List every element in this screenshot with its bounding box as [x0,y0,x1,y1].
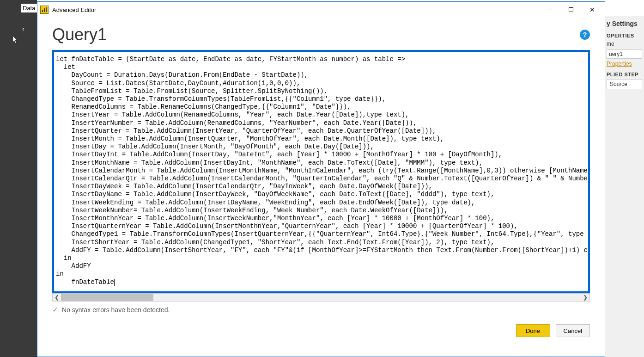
powerbi-icon [40,6,49,14]
all-properties-link[interactable]: Properties [605,60,644,68]
scroll-right-icon[interactable]: ❯ [581,294,589,301]
text-cursor [114,279,115,286]
background-sidebar [0,0,37,357]
svg-rect-0 [42,10,43,12]
svg-rect-2 [46,7,47,12]
code-editor[interactable]: let fnDateTable = (StartDate as date, En… [52,50,590,293]
applied-step-source[interactable]: Source [607,79,642,89]
titlebar: Advanced Editor [37,2,605,18]
syntax-status: ✓ No syntax errors have been detected. [52,305,590,314]
window-title: Advanced Editor [52,6,96,13]
help-icon[interactable]: ? [580,30,590,40]
query-title: Query1 [52,25,580,44]
svg-rect-1 [44,8,45,12]
check-icon: ✓ [52,305,58,314]
minimize-button[interactable] [539,3,560,17]
maximize-button[interactable] [560,3,582,17]
horizontal-scrollbar[interactable]: ❮ ❯ [52,293,590,302]
cursor-icon [13,36,18,45]
query-settings-heading: y Settings [605,16,644,29]
done-button[interactable]: Done [516,324,550,337]
cancel-button[interactable]: Cancel [556,324,590,337]
scrollbar-thumb[interactable] [61,294,153,301]
close-icon [589,6,595,13]
name-label: me [605,39,644,49]
properties-section-label: OPERTIES [605,29,644,39]
background-tab-data[interactable]: Data [21,4,37,12]
applied-steps-section-label: PLIED STEP [605,68,644,78]
scrollbar-track[interactable] [61,294,581,301]
scroll-left-icon[interactable]: ❮ [53,294,61,301]
close-button[interactable] [582,3,603,17]
code-content: let fnDateTable = (StartDate as date, En… [56,55,588,286]
syntax-status-text: No syntax errors have been detected. [62,306,170,314]
advanced-editor-dialog: Advanced Editor Query1 ? let fnDateTable… [37,1,605,357]
collapse-chevron-icon[interactable]: ‹ [22,25,24,32]
query-settings-panel: y Settings OPERTIES me uery1 Properties … [605,16,644,357]
minimize-icon [547,10,552,10]
maximize-icon [569,7,573,12]
query-name-input[interactable]: uery1 [607,49,642,59]
